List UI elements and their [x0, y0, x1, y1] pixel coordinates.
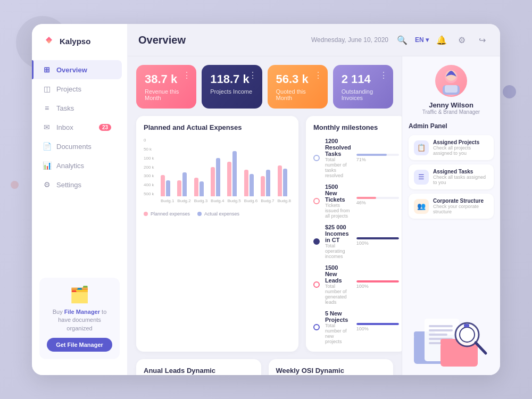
- milestone-bar-3: 100%: [356, 237, 399, 246]
- stat-menu-projects[interactable]: ⋮: [248, 70, 257, 80]
- assigned-tasks-sub: Check all tasks assigned to you: [433, 174, 488, 185]
- sidebar-item-documents[interactable]: 📄 Documents: [32, 137, 122, 156]
- corporate-structure-icon: 👥: [414, 199, 429, 214]
- inbox-badge: 23: [99, 124, 111, 131]
- assigned-projects-title: Assigned Projects: [433, 139, 488, 145]
- bar-planned-4: [211, 167, 215, 196]
- milestone-list: 1200 Resolved Tasks Total number of task…: [313, 138, 399, 344]
- bar-chart-area: 500 k 400 k 300 k 200 k 100 k 50 k 0: [144, 138, 291, 196]
- sidebar-item-overview[interactable]: ⊞ Overview: [32, 60, 122, 79]
- content-left: ⋮ 38.7 k Revenue this Month ⋮ 118.7 k Pr…: [128, 56, 402, 375]
- notification-button[interactable]: 🔔: [434, 32, 449, 47]
- charts-row-1: Planned and Actual Expenses 500 k 400 k …: [136, 116, 393, 352]
- admin-panel-title: Admin Panel: [409, 122, 494, 130]
- admin-item-projects[interactable]: 📋 Assigned Projects Check all projects a…: [409, 135, 494, 160]
- sidebar-item-settings[interactable]: ⚙ Settings: [32, 175, 122, 194]
- stat-value-quoted: 56.3 k: [276, 72, 319, 86]
- stat-value-projects: 118.7 k: [210, 72, 253, 86]
- annual-leads-title: Anual Leads Dynamic: [144, 367, 254, 375]
- assigned-projects-sub: Check all projects assigned to you: [433, 145, 488, 156]
- milestone-info-1: 1200 Resolved Tasks Total number of task…: [325, 138, 351, 178]
- monthly-milestones-card: Monthly milestones 1200 Resolved Tasks T…: [306, 116, 402, 352]
- milestone-bar-2: 46%: [356, 197, 399, 205]
- milestone-bar-5: 100%: [356, 323, 399, 331]
- bar-actual-4: [216, 158, 220, 196]
- bar-planned-1: [161, 175, 165, 196]
- bar-group-2: [177, 172, 190, 196]
- sidebar-item-inbox[interactable]: ✉ Inbox 23: [32, 118, 122, 137]
- stat-menu-quoted[interactable]: ⋮: [314, 70, 322, 80]
- charts-row-2: Anual Leads Dynamic Total leads: 84 120 …: [136, 359, 393, 375]
- milestone-dot-5: [313, 324, 320, 330]
- profile-role: Traffic & Brand Manager: [409, 109, 494, 115]
- bar-planned-3: [194, 178, 198, 196]
- nav-label-analytics: Analytics: [56, 162, 84, 170]
- stat-value-revenue: 38.7 k: [145, 72, 188, 86]
- sidebar-item-analytics[interactable]: 📊 Analytics: [32, 156, 122, 175]
- bar-planned-7: [261, 176, 265, 196]
- bar-actual-5: [232, 151, 237, 196]
- admin-item-tasks[interactable]: ☰ Assigned Tasks Check all tasks assigne…: [409, 164, 494, 189]
- sidebar-promo: 🗂️ Buy File Manager to have documents or…: [39, 278, 120, 359]
- search-button[interactable]: 🔍: [395, 32, 410, 47]
- bar-group-6: [244, 170, 257, 196]
- stat-label-invoices: Outstanding Invoices: [342, 88, 385, 101]
- assigned-tasks-icon: ☰: [414, 170, 429, 185]
- milestone-info-3: $25 000 Incomes in CT Total operating in…: [325, 224, 351, 259]
- milestone-bar-1: 71%: [356, 154, 399, 162]
- logout-button[interactable]: ↪: [475, 32, 489, 47]
- tasks-icon: ≡: [43, 104, 51, 112]
- planned-expenses-card: Planned and Actual Expenses 500 k 400 k …: [136, 116, 298, 352]
- bar-group-3: [194, 178, 207, 196]
- stat-menu-revenue[interactable]: ⋮: [182, 70, 191, 80]
- profile-name: Jenny Wilson: [409, 101, 494, 109]
- nav-label-documents: Documents: [56, 143, 92, 151]
- bar-planned-5: [227, 162, 231, 196]
- stat-label-quoted: Quoted this Month: [276, 88, 319, 101]
- get-file-manager-button[interactable]: Get File Manager: [47, 338, 112, 352]
- legend-planned: Planned expenses: [144, 211, 190, 217]
- milestone-dot-3: [313, 238, 320, 245]
- decorative-illustration: [409, 226, 494, 367]
- logo: Kalypso: [32, 35, 127, 60]
- bar-group-1: [161, 175, 174, 196]
- inbox-icon: ✉: [43, 123, 51, 131]
- stat-card-projects: ⋮ 118.7 k Projects Income: [202, 65, 262, 109]
- bar-actual-1: [166, 180, 170, 196]
- gear-button[interactable]: ⚙: [454, 32, 469, 47]
- sidebar: Kalypso ⊞ Overview ◫ Projects ≡ Tasks ✉ …: [32, 24, 128, 375]
- sidebar-item-projects[interactable]: ◫ Projects: [32, 79, 122, 98]
- logo-icon: [43, 35, 55, 47]
- header-date: Wednesday, June 10, 2020: [311, 36, 388, 44]
- nav-label-settings: Settings: [56, 181, 81, 189]
- nav-label-tasks: Tasks: [56, 104, 74, 112]
- app-name: Kalypso: [60, 37, 90, 46]
- admin-item-corporate[interactable]: 👥 Corporate Structure Check your corpora…: [409, 194, 494, 219]
- milestone-dot-4: [313, 281, 320, 288]
- milestone-dot-2: [313, 198, 320, 204]
- milestone-item-2: 1500 New Tickets Tickets issued from all…: [313, 184, 399, 219]
- bar-chart-legend: Planned expenses Actual expenses: [144, 211, 291, 217]
- weekly-osi-card: Weekly OSI Dynamic Mo: [269, 359, 394, 375]
- language-button[interactable]: EN ▾: [415, 36, 429, 44]
- bar-actual-2: [182, 172, 187, 196]
- svg-rect-50: [464, 324, 469, 327]
- sidebar-item-tasks[interactable]: ≡ Tasks: [32, 98, 122, 118]
- avatar: [435, 65, 467, 97]
- bar-actual-7: [266, 170, 270, 196]
- overview-icon: ⊞: [43, 65, 51, 74]
- stat-label-projects: Projects Income: [210, 88, 253, 95]
- annual-leads-card: Anual Leads Dynamic Total leads: 84 120 …: [136, 359, 261, 375]
- nav-label-inbox: Inbox: [56, 123, 73, 131]
- search-illustration: [409, 308, 494, 367]
- promo-text: Buy File Manager to have documents organ…: [47, 308, 112, 332]
- planned-expenses-chart: 500 k 400 k 300 k 200 k 100 k 50 k 0: [144, 138, 291, 207]
- page-header: Overview Wednesday, June 10, 2020 🔍 EN ▾…: [128, 24, 500, 56]
- settings-icon: ⚙: [43, 180, 51, 189]
- sidebar-nav: ⊞ Overview ◫ Projects ≡ Tasks ✉ Inbox 23…: [32, 60, 127, 272]
- stat-menu-invoices[interactable]: ⋮: [379, 70, 388, 80]
- bar-group-5: [227, 151, 240, 196]
- svg-rect-42: [429, 334, 447, 336]
- stat-value-invoices: 2 114: [342, 72, 385, 86]
- legend-dot-planned: [144, 212, 148, 216]
